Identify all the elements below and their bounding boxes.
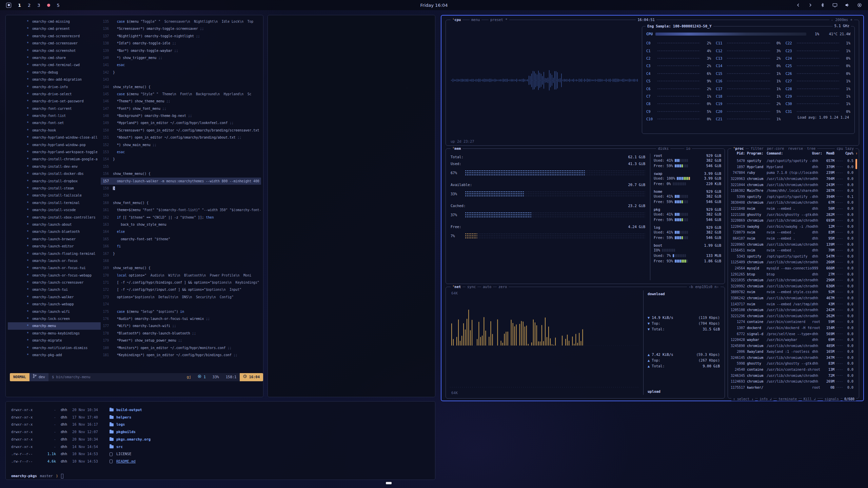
tree-item[interactable]: *omarchy-launch-bluetooth bbox=[8, 228, 101, 235]
process-row[interactable]: 3221296chromium/usr/lib/chromium/chromdh… bbox=[731, 313, 853, 319]
process-row[interactable]: 1156451nvimnvim --embed .dhh70M0.0 bbox=[731, 247, 853, 253]
io-title[interactable]: io bbox=[684, 146, 692, 151]
tree-item[interactable]: *omarchy-cmd-screensaver bbox=[8, 40, 101, 47]
code-line[interactable]: 135 case $(menu "Toggle" " Screensaver\n… bbox=[101, 18, 261, 25]
process-row[interactable]: 3220992chromium/usr/lib/chromium/chromdh… bbox=[731, 283, 853, 289]
tree-item[interactable]: *omarchy-cmd-share bbox=[8, 54, 101, 61]
cpu-panel-title[interactable]: ¹cpu bbox=[451, 17, 462, 22]
code-line[interactable]: 151 *About*) open_in_editor ~/.config/om… bbox=[101, 134, 261, 141]
info-hint[interactable]: info ↲ bbox=[758, 397, 773, 401]
process-row[interactable]: 1125409chromium/usr/lib/chromium/chromdh… bbox=[731, 259, 853, 265]
tree-item[interactable]: *omarchy-install-vscode bbox=[8, 206, 101, 214]
code-line[interactable]: 176 *Audio*) omarchy-launch-or-focus-tui… bbox=[101, 315, 261, 322]
net-zero-button[interactable]: zero bbox=[497, 284, 509, 289]
bluetooth-icon[interactable] bbox=[820, 3, 825, 7]
file-row[interactable]: .rw-r--r--1.1kdhh10 Nov 14:53LICENSE bbox=[11, 450, 430, 458]
tree-item[interactable]: *omarchy-launch-or-focus-tui bbox=[8, 264, 101, 271]
process-row[interactable]: 3220869chromium/usr/lib/chromium/chromdh… bbox=[731, 218, 853, 224]
code-line[interactable]: 160show_font_menu() { bbox=[101, 199, 261, 206]
code-line[interactable]: 180 *Monitors*) open_in_editor ~/.config… bbox=[101, 344, 261, 351]
code-line[interactable]: 181 *Keybindings*) open_in_editor ~/.con… bbox=[101, 351, 261, 359]
code-editor[interactable]: 135 case $(menu "Toggle" " Screensaver\n… bbox=[101, 18, 261, 364]
net-auto-button[interactable]: auto bbox=[481, 284, 493, 289]
code-line[interactable]: 149 *Hyprland*) open_in_editor ~/.config… bbox=[101, 119, 261, 126]
process-row[interactable]: 3220965chromium/usr/lib/chromium/chromdh… bbox=[731, 241, 853, 247]
file-name[interactable]: helpers bbox=[116, 414, 131, 421]
tree-item[interactable]: *omarchy-install-dropbox bbox=[8, 178, 101, 185]
process-row[interactable]: 1221188ghostty/usr/bin/ghostty --gtk-dhh… bbox=[731, 211, 853, 218]
process-row[interactable]: 24564mysqldmysqld --max-connection999666… bbox=[731, 265, 853, 271]
process-row[interactable]: 5998ghostty/usr/bin/ghostty --gtk-dhh83M… bbox=[731, 361, 853, 367]
tree-item[interactable]: *omarchy-hyprland-window-pop bbox=[8, 141, 101, 148]
tree-item[interactable]: *omarchy-launch-walker bbox=[8, 293, 101, 301]
tree-item[interactable]: *omarchy-install-terminal bbox=[8, 199, 101, 206]
memory-panel-title[interactable]: ²mem bbox=[451, 146, 462, 151]
code-line[interactable]: 140 *) show_trigger_menu ;; bbox=[101, 54, 261, 61]
workspace-1[interactable]: 1 bbox=[18, 3, 21, 8]
tree-item[interactable]: *omarchy-cmd-missing bbox=[8, 18, 101, 25]
chevron-right-icon[interactable] bbox=[808, 3, 813, 7]
tree-item[interactable]: *omarchy-cmd-terminal-cwd bbox=[8, 61, 101, 68]
workspace-2[interactable]: 2 bbox=[28, 3, 31, 8]
process-row[interactable]: 5343spotify/opt/spotify/spotifydhh547M0.… bbox=[731, 253, 853, 260]
process-row[interactable]: 5470spotify/opt/spotify/spotify --dhh657… bbox=[731, 158, 853, 164]
reverse-button[interactable]: reverse bbox=[786, 146, 805, 151]
file-row[interactable]: .rw-r--r--4.6kdhh10 Nov 14:53README.md bbox=[11, 458, 430, 465]
signals-hint[interactable]: signals bbox=[823, 397, 841, 401]
tree-item[interactable]: *omarchy-install-xbox-controllers bbox=[8, 214, 101, 221]
tree-item[interactable]: *omarchy-launch-editor bbox=[8, 243, 101, 250]
code-line[interactable]: 166 fi bbox=[101, 243, 261, 250]
display-icon[interactable] bbox=[832, 3, 837, 7]
net-sync-button[interactable]: sync bbox=[466, 284, 477, 289]
terminal-window[interactable]: drwxr-xr-x-dhh20 Nov 10:34build-outputdr… bbox=[5, 401, 435, 480]
tree-item[interactable]: *omarchy-cmd-present bbox=[8, 25, 101, 32]
tree-item[interactable]: *omarchy-menu bbox=[8, 322, 101, 329]
code-line[interactable]: 148 *Background*) omarchy-theme-bg-next … bbox=[101, 112, 261, 119]
tree-item[interactable]: *omarchy-launch-about bbox=[8, 221, 101, 228]
code-line[interactable]: 145 case $(menu "Style" " Theme\n Font\n… bbox=[101, 90, 261, 98]
menu-button[interactable]: menu bbox=[470, 17, 481, 22]
tree-item[interactable]: *omarchy-launch-browser bbox=[8, 236, 101, 243]
process-row[interactable]: 6772signal-d/proc/self/exe --type=rdhh56… bbox=[731, 331, 853, 337]
process-row[interactable]: 1307dockerd/usr/bin/dockerd -H fd:root15… bbox=[731, 325, 853, 331]
tree-item[interactable]: *omarchy-install-dev-env bbox=[8, 163, 101, 170]
per-core-button[interactable]: per-core bbox=[765, 146, 786, 151]
process-row[interactable]: 1291265btopbtopdhh27M0.0 bbox=[731, 271, 853, 277]
empty-terminal-window[interactable] bbox=[268, 15, 435, 397]
process-row[interactable]: 3830408chromium/usr/lib/chromium/chromdh… bbox=[731, 200, 853, 206]
disks-title[interactable]: disks bbox=[656, 146, 670, 151]
code-line[interactable]: 146 *Theme*) show_theme_menu ;; bbox=[101, 98, 261, 105]
workspace-3[interactable]: 3 bbox=[37, 3, 40, 8]
tree-item[interactable]: *omarchy-font-current bbox=[8, 105, 101, 112]
code-line[interactable]: 139 *Bar*) omarchy-toggle-waybar ;; bbox=[101, 47, 261, 54]
code-line[interactable]: 159 bbox=[101, 192, 261, 199]
process-row[interactable]: 1220428waybar/usr/bin/waybardhh69M0.0 bbox=[731, 337, 853, 343]
tree-item[interactable]: *omarchy-font-set bbox=[8, 119, 101, 126]
code-line[interactable]: 153 esac bbox=[101, 148, 261, 156]
code-line[interactable]: 154} bbox=[101, 156, 261, 163]
process-row[interactable]: 24540containe/usr/bin/containerd-shiroot… bbox=[731, 367, 853, 373]
filter-button[interactable]: filter bbox=[749, 146, 765, 151]
process-row[interactable]: 3386242chromium/usr/lib/chromium/chromdh… bbox=[731, 295, 853, 301]
app-logo-icon[interactable] bbox=[6, 3, 11, 8]
code-line[interactable]: 164 else bbox=[101, 228, 261, 235]
tree-item[interactable]: *omarchy-launch-tui bbox=[8, 286, 101, 293]
code-line[interactable]: 168 bbox=[101, 257, 261, 264]
process-row[interactable]: 1175517kworker/root0B0.0 bbox=[731, 385, 853, 390]
file-name[interactable]: logs bbox=[116, 421, 125, 428]
code-line[interactable]: 143 bbox=[101, 76, 261, 83]
file-name[interactable]: pkgs.omarchy.org bbox=[116, 436, 151, 443]
code-line[interactable]: 178 *Bluetooth*) omarchy-launch-bluetoot… bbox=[101, 330, 261, 337]
code-line[interactable]: 162 if [[ "$theme" == "CNCLD" || -z "$th… bbox=[101, 214, 261, 221]
tree-item[interactable]: *omarchy-font-list bbox=[8, 112, 101, 119]
code-line[interactable]: 138 *Idle*) omarchy-toggle-idle ;; bbox=[101, 40, 261, 47]
tree-button[interactable]: tree bbox=[805, 146, 817, 151]
process-row[interactable]: 3245890chromium/usr/lib/chromium/chromdh… bbox=[731, 343, 853, 349]
tree-item[interactable]: *omarchy-migrate bbox=[8, 337, 101, 344]
process-row[interactable]: 1124693chromium/usr/lib/chromium/chromdh… bbox=[731, 379, 853, 385]
process-row[interactable]: 3220963chromium/usr/lib/chromium/chromdh… bbox=[731, 176, 853, 182]
tree-item[interactable]: *omarchy-hook bbox=[8, 127, 101, 134]
tree-item[interactable]: *omarchy-launch-webapp bbox=[8, 301, 101, 308]
code-line[interactable]: 147 *Font*) show_font_menu ;; bbox=[101, 105, 261, 112]
process-row[interactable]: 747804rubypuma 7.1.0 (tcp://localdhh239M… bbox=[731, 170, 853, 176]
